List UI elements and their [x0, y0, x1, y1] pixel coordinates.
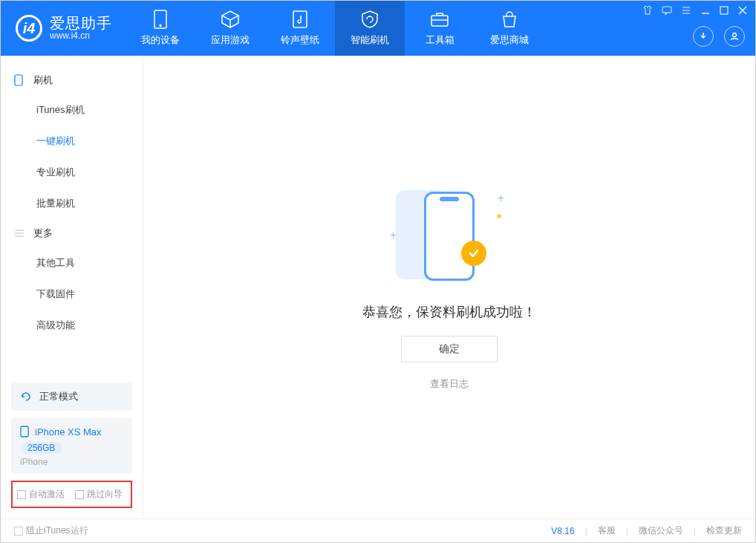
success-illustration: + +	[390, 184, 509, 288]
nav-toolbox[interactable]: 工具箱	[405, 1, 475, 56]
sidebar-group-title: 更多	[33, 227, 53, 240]
feedback-icon[interactable]	[662, 5, 672, 16]
refresh-shield-icon	[360, 10, 379, 29]
svg-rect-4	[662, 7, 671, 13]
download-icon	[698, 31, 708, 42]
sidebar-group-title: 刷机	[33, 74, 53, 87]
sidebar-item-pro-flash[interactable]: 专业刷机	[1, 157, 143, 188]
bag-icon	[500, 10, 519, 29]
ok-button[interactable]: 确定	[401, 336, 498, 362]
device-icon	[151, 10, 170, 29]
nav-my-device[interactable]: 我的设备	[126, 1, 195, 56]
success-message: 恭喜您，保资料刷机成功啦！	[362, 303, 536, 321]
sidebar-item-oneclick-flash[interactable]: 一键刷机	[1, 126, 143, 157]
device-platform: iPhone	[20, 457, 123, 467]
cube-icon	[221, 10, 240, 29]
nav-label: 智能刷机	[351, 33, 389, 47]
phone-icon	[424, 192, 475, 281]
check-badge-icon	[461, 241, 486, 266]
device-info-box[interactable]: iPhone XS Max 256GB iPhone	[11, 418, 132, 473]
wechat-link[interactable]: 微信公众号	[639, 524, 683, 537]
main-panel: + + 恭喜您，保资料刷机成功啦！ 确定 查看日志	[143, 56, 755, 518]
sidebar-item-batch-flash[interactable]: 批量刷机	[1, 188, 143, 219]
svg-rect-8	[21, 426, 28, 437]
nav-label: 工具箱	[426, 33, 454, 47]
sidebar-item-itunes-flash[interactable]: iTunes刷机	[1, 94, 143, 126]
music-file-icon	[290, 10, 310, 29]
body: 刷机 iTunes刷机 一键刷机 专业刷机 批量刷机 更多 其他工具 下载固件 …	[1, 56, 755, 518]
app-name-cn: 爱思助手	[50, 15, 112, 31]
sidebar-item-other-tools[interactable]: 其他工具	[1, 247, 143, 279]
auto-activate-checkbox[interactable]: 自动激活	[17, 488, 65, 501]
device-mode-box[interactable]: 正常模式	[11, 383, 132, 411]
separator: |	[626, 526, 628, 536]
maximize-icon[interactable]	[720, 6, 729, 15]
logo-icon: i4	[16, 15, 42, 42]
nav-label: 我的设备	[141, 33, 180, 47]
account-button[interactable]	[724, 26, 745, 47]
block-itunes-checkbox[interactable]: 阻止iTunes运行	[14, 524, 88, 537]
checkbox-icon	[14, 527, 23, 536]
tshirt-icon[interactable]	[642, 5, 653, 16]
minimize-icon[interactable]	[700, 5, 711, 16]
refresh-icon	[20, 391, 32, 403]
phone-icon	[14, 74, 26, 86]
checkbox-label: 阻止iTunes运行	[26, 524, 88, 537]
logo: i4 爱思助手 www.i4.cn	[1, 15, 126, 42]
sidebar: 刷机 iTunes刷机 一键刷机 专业刷机 批量刷机 更多 其他工具 下载固件 …	[1, 56, 143, 518]
header-right	[693, 26, 745, 47]
support-link[interactable]: 客服	[598, 524, 616, 537]
skip-guide-checkbox[interactable]: 跳过向导	[75, 488, 123, 501]
download-manager-button[interactable]	[693, 26, 714, 47]
footer: 阻止iTunes运行 V8.16 | 客服 | 微信公众号 | 检查更新	[1, 518, 755, 542]
list-icon	[14, 229, 26, 238]
nav-apps-games[interactable]: 应用游戏	[195, 1, 265, 56]
checkbox-label: 自动激活	[29, 488, 65, 501]
sidebar-group-more: 更多	[1, 219, 143, 247]
svg-rect-7	[15, 75, 22, 85]
nav-label: 应用游戏	[211, 33, 250, 47]
nav-label: 铃声壁纸	[281, 33, 319, 47]
device-name: iPhone XS Max	[35, 426, 102, 438]
logo-text: 爱思助手 www.i4.cn	[50, 15, 112, 41]
svg-rect-3	[431, 16, 448, 26]
window-controls	[642, 5, 748, 16]
separator: |	[585, 526, 587, 536]
svg-rect-5	[720, 7, 728, 14]
sidebar-group-flash: 刷机	[1, 66, 143, 94]
sparkle-icon: +	[498, 192, 504, 205]
app-name-en: www.i4.cn	[50, 31, 112, 41]
separator: |	[694, 526, 696, 536]
highlighted-options-box: 自动激活 跳过向导	[11, 481, 132, 508]
svg-point-1	[160, 25, 162, 27]
check-update-link[interactable]: 检查更新	[706, 524, 742, 537]
top-nav: 我的设备 应用游戏 铃声壁纸 智能刷机 工具箱	[126, 1, 544, 56]
nav-smart-flash[interactable]: 智能刷机	[335, 1, 405, 56]
menu-icon[interactable]	[681, 5, 691, 16]
nav-store[interactable]: 爱思商城	[475, 1, 544, 56]
close-icon[interactable]	[737, 5, 748, 16]
toolbox-icon	[430, 10, 449, 29]
sparkle-icon	[497, 214, 501, 218]
checkbox-label: 跳过向导	[87, 488, 123, 501]
version-label[interactable]: V8.16	[551, 526, 574, 536]
phone-icon	[20, 426, 29, 438]
nav-ringtones-wallpapers[interactable]: 铃声壁纸	[265, 1, 335, 56]
checkbox-icon	[75, 490, 84, 499]
user-icon	[729, 31, 740, 42]
device-mode-label: 正常模式	[39, 390, 78, 403]
svg-rect-2	[293, 11, 307, 27]
svg-point-6	[733, 33, 737, 37]
view-log-link[interactable]: 查看日志	[430, 377, 469, 391]
app-header: i4 爱思助手 www.i4.cn 我的设备 应用游戏 铃声壁纸	[1, 1, 755, 56]
nav-label: 爱思商城	[490, 33, 529, 47]
device-storage-badge: 256GB	[20, 442, 62, 454]
checkbox-icon	[17, 490, 26, 499]
sidebar-item-download-firmware[interactable]: 下载固件	[1, 279, 143, 310]
sidebar-item-advanced[interactable]: 高级功能	[1, 310, 143, 341]
